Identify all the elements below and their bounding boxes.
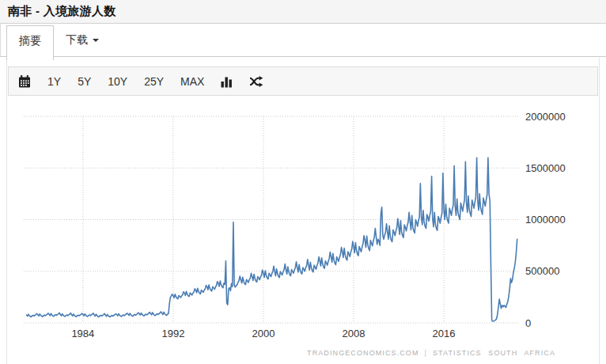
chart-toolbar: 1Y 5Y 10Y 25Y MAX <box>8 66 598 96</box>
column-chart-icon[interactable] <box>221 75 233 88</box>
y-axis-label: 1500000 <box>525 162 566 174</box>
x-axis-label: 2000 <box>252 328 275 339</box>
calendar-icon[interactable] <box>18 75 31 88</box>
shuffle-icon[interactable] <box>249 75 263 88</box>
x-axis-label: 1992 <box>161 328 184 339</box>
page-title: 南非 - 入境旅游人数 <box>8 4 116 19</box>
tab-summary-label: 摘要 <box>19 34 41 47</box>
y-axis-label: 1000000 <box>525 214 566 226</box>
range-button-10y[interactable]: 10Y <box>108 76 127 87</box>
tab-summary[interactable]: 摘要 <box>6 25 54 60</box>
x-axis-label: 2008 <box>343 328 365 339</box>
attribution-source-1: TRADINGECONOMICS.COM <box>307 349 419 357</box>
x-axis-label: 1984 <box>71 328 94 339</box>
line-chart: 1984199220002008201605000001000000150000… <box>0 103 606 348</box>
chart-attribution: TRADINGECONOMICS.COM|STATISTICS SOUTH AF… <box>307 349 555 357</box>
attribution-separator: | <box>425 349 427 357</box>
y-axis-label: 2000000 <box>525 111 566 123</box>
x-axis-label: 2016 <box>433 328 456 339</box>
range-button-max[interactable]: MAX <box>180 76 204 87</box>
title-bar: 南非 - 入境旅游人数 <box>0 0 606 24</box>
tab-download[interactable]: 下载 <box>54 25 111 56</box>
range-button-1y[interactable]: 1Y <box>47 76 61 87</box>
range-button-5y[interactable]: 5Y <box>78 76 91 87</box>
range-button-25y[interactable]: 25Y <box>144 76 164 87</box>
attribution-source-2: STATISTICS SOUTH AFRICA <box>433 349 555 357</box>
y-axis-label: 0 <box>525 317 531 329</box>
y-axis-label: 500000 <box>525 265 559 277</box>
tab-download-label: 下载 <box>66 33 88 46</box>
caret-down-icon <box>93 39 99 42</box>
tab-bar: 摘要 下载 <box>0 24 606 57</box>
